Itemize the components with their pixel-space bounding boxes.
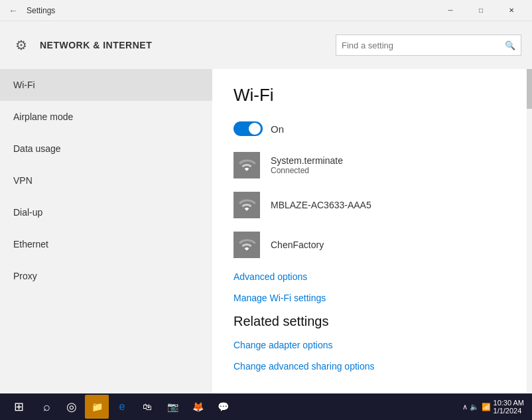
taskbar-app3[interactable]: 💬 [211, 395, 235, 419]
search-input[interactable] [342, 40, 502, 50]
sidebar-label-proxy: Proxy [13, 271, 37, 281]
wifi-signal-icon-1 [233, 152, 260, 178]
title-bar: ← Settings ─ □ ✕ [0, 0, 532, 21]
wifi-toggle[interactable] [233, 121, 263, 136]
settings-icon: ⚙ [11, 35, 32, 56]
network-name-2: MBLAZE-AC3633-AAA5 [271, 200, 371, 210]
network-info-2: MBLAZE-AC3633-AAA5 [271, 200, 371, 210]
sidebar: Wi-Fi Airplane mode Data usage VPN Dial-… [0, 69, 212, 393]
change-advanced-sharing-link[interactable]: Change advanced sharing options [233, 361, 511, 372]
scrollbar-track[interactable] [527, 69, 532, 393]
sidebar-label-vpn: VPN [13, 175, 33, 186]
taskbar: ⊞ ⌕ ◎ 📁 e 🛍 📷 🦊 💬 ∧ 🔈 📶 10:30 AM1/1/2024 [0, 393, 532, 420]
taskbar-edge[interactable]: e [110, 395, 134, 419]
taskbar-tray: ∧ 🔈 📶 10:30 AM1/1/2024 [462, 399, 529, 415]
taskbar-cortana[interactable]: ◎ [60, 395, 84, 419]
minimize-button[interactable]: ─ [435, 0, 466, 21]
sidebar-item-data-usage[interactable]: Data usage [0, 133, 212, 165]
network-name-3: ChenFactory [271, 240, 324, 250]
sidebar-item-vpn[interactable]: VPN [0, 165, 212, 196]
network-info-1: System.terminate Connected [271, 155, 343, 175]
window-controls: ─ □ ✕ [435, 0, 527, 21]
search-box[interactable]: 🔍 [336, 35, 521, 56]
sidebar-label-ethernet: Ethernet [13, 239, 48, 249]
taskbar-app1[interactable]: 📷 [161, 395, 184, 419]
sidebar-label-airplane-mode: Airplane mode [13, 111, 73, 122]
taskbar-icons: ⌕ ◎ 📁 e 🛍 📷 🦊 💬 [34, 395, 235, 419]
sidebar-item-ethernet[interactable]: Ethernet [0, 228, 212, 260]
content-area: Wi-Fi On System.terminate Connected [212, 69, 532, 393]
scrollbar-thumb[interactable] [527, 69, 532, 109]
sidebar-label-dialup: Dial-up [13, 207, 42, 218]
sidebar-item-dialup[interactable]: Dial-up [0, 196, 212, 228]
wifi-signal-icon-2 [233, 192, 260, 218]
sidebar-item-airplane-mode[interactable]: Airplane mode [0, 101, 212, 133]
network-item-system-terminate[interactable]: System.terminate Connected [233, 152, 511, 178]
sidebar-label-data-usage: Data usage [13, 143, 61, 154]
network-item-mblaze[interactable]: MBLAZE-AC3633-AAA5 [233, 192, 511, 218]
clock: 10:30 AM1/1/2024 [494, 399, 524, 415]
manage-wifi-settings-link[interactable]: Manage Wi-Fi settings [233, 293, 511, 303]
sidebar-label-wifi: Wi-Fi [13, 80, 35, 90]
taskbar-app2[interactable]: 🦊 [186, 395, 210, 419]
network-item-chenfactory[interactable]: ChenFactory [233, 232, 511, 258]
tray-icons: ∧ 🔈 📶 [462, 403, 490, 411]
page-title: Wi-Fi [233, 85, 511, 105]
start-button[interactable]: ⊞ [3, 393, 34, 420]
app-header: ⚙ NETWORK & INTERNET 🔍 [0, 21, 532, 69]
app-title: NETWORK & INTERNET [40, 40, 152, 50]
toggle-label: On [271, 123, 284, 135]
wifi-signal-icon-3 [233, 232, 260, 258]
related-settings-title: Related settings [233, 314, 511, 329]
taskbar-search[interactable]: ⌕ [34, 395, 58, 419]
title-bar-controls: ← Settings [5, 3, 55, 19]
network-name-1: System.terminate [271, 155, 343, 166]
search-icon: 🔍 [505, 40, 515, 50]
sidebar-item-proxy[interactable]: Proxy [0, 260, 212, 292]
network-status-1: Connected [271, 166, 343, 175]
advanced-options-link[interactable]: Advanced options [233, 271, 511, 282]
restore-button[interactable]: □ [466, 0, 496, 21]
taskbar-store[interactable]: 🛍 [135, 395, 159, 419]
network-info-3: ChenFactory [271, 240, 324, 250]
sidebar-item-wifi[interactable]: Wi-Fi [0, 69, 212, 101]
change-adapter-options-link[interactable]: Change adapter options [233, 340, 511, 350]
toggle-knob [249, 123, 261, 135]
window-title: Settings [27, 6, 55, 15]
back-button[interactable]: ← [5, 3, 21, 19]
wifi-toggle-row: On [233, 121, 511, 136]
main-layout: Wi-Fi Airplane mode Data usage VPN Dial-… [0, 69, 532, 393]
taskbar-file-explorer[interactable]: 📁 [85, 395, 109, 419]
close-button[interactable]: ✕ [496, 0, 527, 21]
